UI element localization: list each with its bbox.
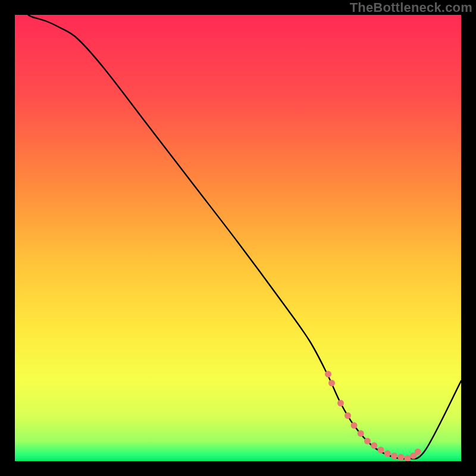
marker-dot [345, 412, 351, 419]
watermark-text: TheBottleneck.com [350, 0, 472, 15]
marker-dot [378, 447, 384, 453]
marker-dot [364, 438, 371, 444]
marker-dot [384, 450, 391, 457]
chart-stage: TheBottleneck.com [0, 0, 476, 476]
marker-dot [371, 442, 377, 449]
plot-area [15, 15, 461, 461]
marker-dot [325, 371, 331, 377]
marker-dot [415, 449, 421, 455]
marker-dot [397, 454, 404, 461]
bottleneck-chart [0, 0, 476, 476]
marker-dot [337, 400, 344, 406]
marker-dot [351, 422, 358, 429]
marker-dot [391, 453, 397, 459]
marker-dot [328, 380, 335, 386]
marker-dot [405, 455, 411, 462]
marker-dot [358, 430, 364, 437]
